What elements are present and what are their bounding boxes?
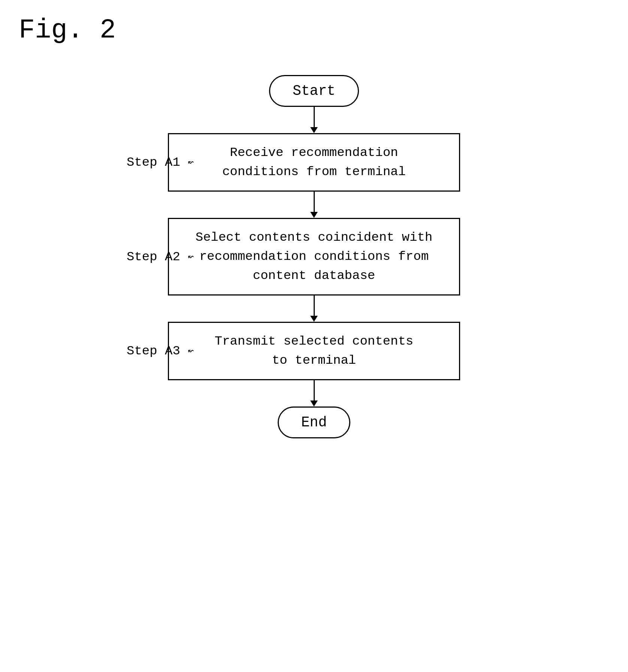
step-a3-label: Step A3 ↜ [127, 344, 194, 358]
step-a2-label: Step A2 ↜ [127, 250, 194, 264]
arrow-2 [310, 192, 318, 218]
page-title: Fig. 2 [19, 15, 116, 46]
step-a2-row: Step A2 ↜ Select contents coincident wit… [127, 218, 501, 296]
step-a1-row: Step A1 ↜ Receive recommendation conditi… [127, 133, 501, 192]
end-node: End [278, 406, 350, 438]
step-a3-box: Transmit selected contents to terminal [168, 322, 460, 380]
step-a1-box: Receive recommendation conditions from t… [168, 133, 460, 192]
step-a3-row: Step A3 ↜ Transmit selected contents to … [127, 322, 501, 380]
start-node: Start [269, 75, 359, 107]
arrow-3 [310, 296, 318, 322]
step-a2-box: Select contents coincident with recommen… [168, 218, 460, 296]
step-a1-label: Step A1 ↜ [127, 155, 194, 170]
flowchart: Start Step A1 ↜ Receive recommendation c… [0, 75, 628, 672]
arrow-1 [310, 107, 318, 133]
arrow-4 [310, 380, 318, 406]
